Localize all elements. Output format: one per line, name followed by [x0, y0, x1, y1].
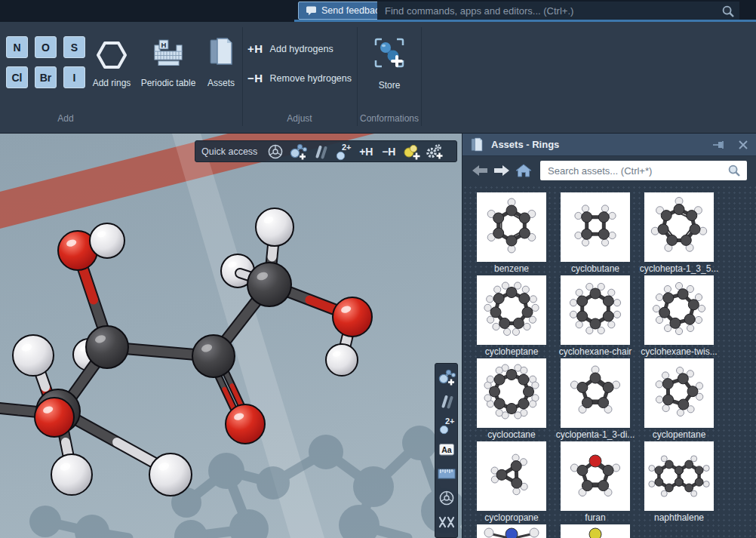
add-hydrogens-icon[interactable]: +H [355, 142, 377, 161]
asset-label: cyclobutane [571, 263, 619, 274]
labels-icon[interactable]: Aa [435, 438, 457, 462]
asset-tile-cyclopentane[interactable] [644, 358, 714, 428]
store-label[interactable]: Store [379, 80, 401, 91]
asset-tile-cyclohexane-chair[interactable] [561, 275, 630, 345]
asset-cell: cyclopropane [477, 441, 546, 524]
close-icon[interactable] [738, 140, 748, 150]
bonds-icon[interactable] [435, 389, 457, 413]
asset-cell [477, 524, 546, 538]
asset-cell: cyclopenta-1_3-di... [561, 358, 630, 441]
periodic-table-icon: H [150, 38, 186, 69]
viewport-3d[interactable]: Quick access 2++H−H 2+Aa [0, 134, 462, 538]
asset-cell: cyclohexane-chair [561, 275, 630, 358]
home-icon[interactable] [515, 164, 532, 177]
svg-text:Aa: Aa [441, 445, 452, 454]
store-button[interactable] [373, 36, 406, 69]
asset-label: cyclohepta-1_3_5... [640, 263, 719, 274]
add-hydrogens-label: Add hydrogens [270, 44, 333, 54]
remove-hydrogens-icon[interactable]: −H [377, 142, 400, 161]
asset-tile-cyclobutane[interactable] [561, 192, 630, 262]
element-N-button[interactable]: N [6, 36, 28, 58]
hexagon-icon [95, 40, 128, 70]
quick-access-toolbar: Quick access 2++H−H [195, 140, 457, 162]
charge-icon[interactable]: 2+ [435, 413, 457, 438]
asset-label: cyclopenta-1_3-di... [556, 429, 635, 440]
asset-label: furan [585, 512, 605, 523]
pin-icon[interactable] [712, 140, 726, 149]
group-label-add: Add [57, 113, 73, 124]
element-Br-button[interactable]: Br [35, 66, 57, 88]
search-icon[interactable] [721, 5, 735, 18]
asset-label: naphthalene [654, 512, 704, 523]
asset-cell: cycloheptane [477, 275, 546, 358]
element-Cl-button[interactable]: Cl [6, 66, 28, 88]
add-rings-label[interactable]: Add rings [93, 78, 131, 88]
asset-tile-cyclohexane-twis...[interactable] [644, 275, 714, 345]
command-search-input[interactable] [377, 5, 721, 17]
asset-label: cyclohexane-chair [559, 346, 632, 357]
asset-label: benzene [494, 263, 529, 274]
pages-icon [207, 35, 235, 69]
ribbon-group-separator [357, 27, 358, 126]
charge-icon[interactable]: 2+ [332, 142, 355, 161]
application-window: Send feedback NOSClBrI Add rings [0, 0, 756, 538]
svg-text:2+: 2+ [342, 143, 352, 152]
asset-cell: benzene [477, 192, 546, 275]
titlebar: Send feedback [0, 0, 756, 22]
asset-tile-naphthalene[interactable] [644, 441, 714, 511]
pages-icon [470, 137, 484, 153]
molecule-canvas[interactable] [0, 134, 462, 538]
back-arrow-icon[interactable] [472, 164, 488, 177]
asset-label: cyclohexane-twis... [641, 346, 717, 357]
store-icon [373, 36, 406, 69]
remove-hydrogens-button[interactable]: −H Remove hydrogens [247, 72, 352, 85]
asset-label: cyclooctane [487, 429, 535, 440]
element-S-button[interactable]: S [63, 36, 85, 58]
svg-text:2+: 2+ [445, 417, 455, 426]
asset-tile-partial-12[interactable] [477, 524, 546, 538]
add-rings-button[interactable] [95, 40, 128, 70]
navigation-wheel-icon[interactable] [264, 142, 287, 161]
assets-label[interactable]: Assets [207, 78, 235, 88]
asset-tile-cyclooctane[interactable] [477, 358, 546, 428]
bonds-icon[interactable] [309, 142, 332, 161]
asset-label: cyclopentane [653, 429, 706, 440]
ruler-icon[interactable] [435, 462, 457, 486]
assets-panel-nav [463, 156, 756, 185]
asset-tile-partial-13[interactable] [561, 524, 630, 538]
group-label-adjust: Adjust [287, 113, 312, 124]
assets-panel: Assets - Rings [462, 134, 756, 538]
asset-tile-cyclopenta-1_3-di...[interactable] [561, 358, 630, 428]
element-O-button[interactable]: O [35, 36, 57, 58]
ribbon-group-separator [421, 27, 422, 126]
forward-arrow-icon[interactable] [493, 164, 510, 177]
add-atoms-icon[interactable] [287, 142, 309, 161]
asset-tile-cycloheptane[interactable] [477, 275, 546, 345]
twist-icon[interactable] [435, 510, 457, 534]
asset-tile-furan[interactable] [561, 441, 630, 511]
asset-tile-benzene[interactable] [477, 192, 546, 262]
assets-button[interactable] [207, 35, 235, 69]
remove-hydrogens-label: Remove hydrogens [270, 73, 352, 84]
asset-cell: cyclooctane [477, 358, 546, 441]
editor-settings-icon[interactable] [423, 142, 445, 161]
add-fragment-icon[interactable] [400, 142, 423, 161]
assets-panel-titlebar: Assets - Rings [463, 134, 756, 156]
assets-search-input[interactable] [546, 164, 727, 177]
quick-access-icons: 2++H−H [264, 142, 445, 161]
speech-bubble-icon [306, 5, 317, 16]
asset-tile-cyclohepta-1_3_5...[interactable] [644, 192, 714, 262]
periodic-table-label[interactable]: Periodic table [141, 78, 196, 88]
asset-cell: cyclohepta-1_3_5... [644, 192, 714, 275]
add-hydrogens-button[interactable]: +H Add hydrogens [247, 42, 333, 55]
asset-tile-cyclopropane[interactable] [477, 441, 546, 511]
add-atoms-icon[interactable] [435, 365, 457, 389]
navigation-wheel-icon[interactable] [435, 486, 457, 510]
assets-search [540, 161, 747, 180]
group-label-conformations: Conformations [360, 113, 419, 124]
search-icon[interactable] [727, 164, 741, 177]
asset-label: cycloheptane [485, 346, 539, 357]
periodic-table-button[interactable]: H [150, 38, 186, 69]
element-I-button[interactable]: I [63, 66, 85, 88]
asset-cell: furan [561, 441, 630, 524]
